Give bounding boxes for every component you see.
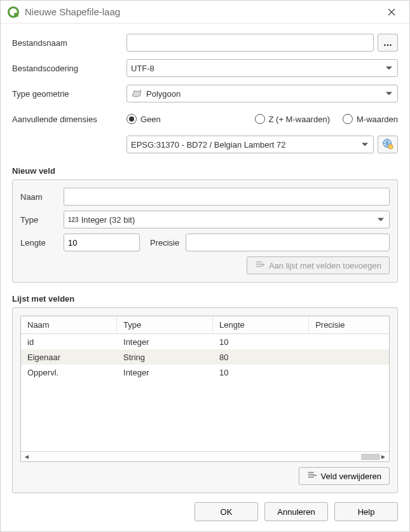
ok-button[interactable]: OK xyxy=(195,502,258,521)
svg-point-3 xyxy=(388,144,393,148)
table-cell: 80 xyxy=(213,349,309,365)
table-cell: 10 xyxy=(213,334,309,349)
crs-value: EPSG:31370 - BD72 / Belgian Lambert 72 xyxy=(131,140,286,150)
table-row[interactable]: idInteger10 xyxy=(21,334,389,349)
radio-dims-zm-label: Z (+ M-waarden) xyxy=(269,115,330,124)
geometry-type-select[interactable]: Polygoon xyxy=(126,85,398,102)
table-cell: Oppervl. xyxy=(21,365,117,380)
table-cell xyxy=(309,334,389,349)
table-cell: 10 xyxy=(213,365,309,380)
add-to-list-icon xyxy=(255,260,265,272)
titlebar: Nieuwe Shapefile-laag xyxy=(1,1,409,24)
radio-dims-zm[interactable]: Z (+ M-waarden) xyxy=(255,114,330,124)
newfield-length-input[interactable] xyxy=(64,234,140,251)
qgis-icon xyxy=(7,6,20,18)
chevron-down-icon xyxy=(378,218,384,221)
add-field-button[interactable]: Aan lijst met velden toevoegen xyxy=(247,256,390,274)
new-field-group: Nieuw veld Naam Type 123 Integer (32 bit… xyxy=(12,160,398,283)
globe-icon xyxy=(382,138,393,151)
close-button[interactable] xyxy=(380,1,403,24)
table-cell xyxy=(309,365,389,380)
add-field-button-label: Aan lijst met velden toevoegen xyxy=(269,261,381,270)
fields-table-body: idInteger10EigenaarString80Oppervl.Integ… xyxy=(21,334,389,451)
newfield-type-value: Integer (32 bit) xyxy=(81,215,135,225)
radio-dims-none[interactable]: Geen xyxy=(126,114,161,124)
cancel-button[interactable]: Annuleren xyxy=(264,502,328,521)
geometry-type-value: Polygoon xyxy=(146,89,181,99)
remove-from-list-icon xyxy=(307,470,317,482)
table-cell: String xyxy=(117,349,213,365)
newfield-type-select[interactable]: 123 Integer (32 bit) xyxy=(64,211,390,228)
table-cell: Integer xyxy=(117,334,213,349)
numeric-icon: 123 xyxy=(68,216,79,223)
col-length[interactable]: Lengte xyxy=(213,316,309,334)
table-row[interactable]: Oppervl.Integer10 xyxy=(21,365,389,380)
chevron-down-icon xyxy=(362,143,368,146)
newfield-name-row: Naam xyxy=(20,188,390,206)
dimensions-label: Aanvullende dimensies xyxy=(12,115,121,124)
filename-label: Bestandsnaam xyxy=(12,38,121,48)
help-button[interactable]: Help xyxy=(334,502,398,521)
newfield-type-row: Type 123 Integer (32 bit) xyxy=(20,211,390,228)
newfield-length-row: Lengte Precisie xyxy=(20,234,390,251)
radio-icon xyxy=(255,114,265,124)
filename-input[interactable] xyxy=(126,34,374,52)
crs-row: EPSG:31370 - BD72 / Belgian Lambert 72 xyxy=(12,134,398,155)
polygon-icon xyxy=(131,89,142,98)
newfield-precision-input[interactable] xyxy=(186,234,390,251)
chevron-down-icon xyxy=(386,92,392,95)
browse-button[interactable]: … xyxy=(378,34,398,52)
scroll-thumb[interactable] xyxy=(361,454,380,460)
table-row[interactable]: EigenaarString80 xyxy=(21,349,389,365)
table-cell: id xyxy=(21,334,117,349)
geometry-type-row: Type geometrie Polygoon xyxy=(12,83,398,104)
dialog-window: Nieuwe Shapefile-laag Bestandsnaam … Bes… xyxy=(0,0,410,532)
encoding-value: UTF-8 xyxy=(131,64,154,73)
col-name[interactable]: Naam xyxy=(21,316,117,334)
crs-select[interactable]: EPSG:31370 - BD72 / Belgian Lambert 72 xyxy=(126,136,374,153)
horizontal-scrollbar[interactable]: ◄ ► xyxy=(21,451,389,461)
field-list-legend: Lijst met velden xyxy=(12,294,398,304)
crs-picker-button[interactable] xyxy=(378,136,398,153)
encoding-label: Bestandscodering xyxy=(12,64,121,73)
svg-rect-5 xyxy=(256,263,262,265)
newfield-length-label: Lengte xyxy=(20,238,57,248)
close-icon xyxy=(388,8,395,16)
svg-rect-6 xyxy=(256,265,262,267)
radio-dims-m[interactable]: M-waarden xyxy=(343,114,398,124)
radio-dims-none-label: Geen xyxy=(140,115,161,124)
fields-table: Naam Type Lengte Precisie idInteger10Eig… xyxy=(20,316,390,462)
col-precision[interactable]: Precisie xyxy=(309,316,389,334)
geometry-type-label: Type geometrie xyxy=(12,89,121,99)
col-type[interactable]: Type xyxy=(117,316,213,334)
table-cell xyxy=(309,349,389,365)
remove-field-button[interactable]: Veld verwijderen xyxy=(299,467,390,485)
table-cell: Eigenaar xyxy=(21,349,117,365)
newfield-type-label: Type xyxy=(20,215,57,225)
fields-table-header: Naam Type Lengte Precisie xyxy=(21,316,389,334)
encoding-select[interactable]: UTF-8 xyxy=(126,59,398,77)
table-cell: Integer xyxy=(117,365,213,380)
remove-field-button-label: Veld verwijderen xyxy=(321,472,381,481)
chevron-down-icon xyxy=(386,67,392,70)
scroll-right-icon: ► xyxy=(380,453,386,460)
svg-rect-9 xyxy=(308,476,313,477)
dimensions-row: Aanvullende dimensies Geen Z (+ M-waarde… xyxy=(12,109,398,129)
encoding-row: Bestandscodering UTF-8 xyxy=(12,58,398,78)
dialog-button-bar: OK Annuleren Help xyxy=(1,493,409,531)
newfield-precision-label: Precisie xyxy=(150,238,179,248)
svg-rect-1 xyxy=(14,12,18,17)
svg-rect-8 xyxy=(308,474,313,475)
radio-icon xyxy=(343,114,353,124)
filename-row: Bestandsnaam … xyxy=(12,32,398,53)
scroll-left-icon: ◄ xyxy=(24,453,30,460)
window-title: Nieuwe Shapefile-laag xyxy=(25,6,380,17)
newfield-name-label: Naam xyxy=(20,192,57,202)
svg-rect-7 xyxy=(308,472,313,473)
svg-rect-4 xyxy=(256,261,262,262)
newfield-name-input[interactable] xyxy=(64,188,390,206)
new-field-legend: Nieuw veld xyxy=(12,166,398,176)
radio-dims-m-label: M-waarden xyxy=(357,115,398,124)
dialog-content: Bestandsnaam … Bestandscodering UTF-8 Ty… xyxy=(1,24,409,493)
field-list-group: Lijst met velden Naam Type Lengte Precis… xyxy=(12,288,398,493)
